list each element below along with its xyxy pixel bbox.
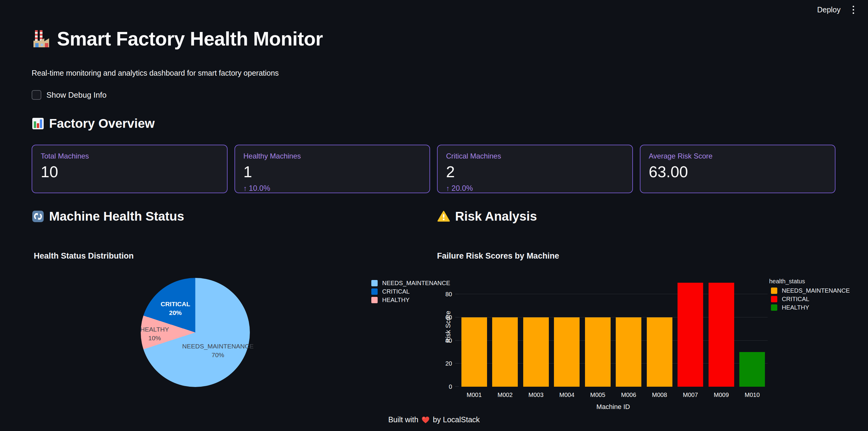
- bar-M005: [585, 317, 611, 387]
- metric-value: 2: [446, 163, 624, 181]
- pie-legend: NEEDS_MAINTENANCE CRITICAL HEALTHY: [371, 280, 450, 303]
- app-window: Deploy Smart Factory Health Monitor Real…: [0, 0, 868, 431]
- app-header: Deploy: [0, 0, 868, 19]
- x-tick-label: M003: [521, 392, 552, 398]
- legend-swatch: [771, 296, 777, 302]
- metric-average-risk-score: Average Risk Score 63.00: [640, 145, 836, 193]
- metric-delta: ↑10.0%: [244, 184, 421, 193]
- pie-chart-title: Health Status Distribution: [34, 251, 134, 261]
- legend-swatch: [771, 304, 777, 311]
- bar-xaxis-title: Machine ID: [459, 403, 768, 411]
- legend-entry[interactable]: NEEDS_MAINTENANCE: [371, 280, 450, 286]
- metric-label: Critical Machines: [446, 152, 624, 160]
- metric-delta: [41, 184, 218, 193]
- section-factory-overview: Factory Overview: [32, 116, 155, 131]
- footer-suffix: by LocalStack: [433, 415, 480, 424]
- bar-M001: [461, 317, 487, 387]
- legend-entry[interactable]: CRITICAL: [371, 288, 450, 295]
- legend-entry[interactable]: CRITICAL: [771, 296, 850, 302]
- bar-plot-area[interactable]: Risk Score Machine ID 020406080M001M002M…: [459, 276, 768, 387]
- legend-swatch: [371, 288, 378, 295]
- metric-total-machines: Total Machines 10: [32, 145, 227, 193]
- bar-chart-title: Failure Risk Scores by Machine: [437, 251, 559, 261]
- metric-label: Healthy Machines: [244, 152, 421, 160]
- pie-slice-label-critical: CRITICAL 20%: [145, 300, 206, 317]
- y-tick-label: 20: [445, 360, 452, 367]
- y-tick-label: 60: [445, 314, 452, 321]
- footer: Built with by LocalStack: [0, 415, 868, 424]
- legend-swatch: [371, 280, 378, 286]
- bar-M009: [709, 283, 734, 387]
- section-title: Risk Analysis: [455, 209, 537, 224]
- x-tick-label: M009: [706, 392, 737, 398]
- section-risk-analysis: Risk Analysis: [437, 209, 537, 224]
- bar-legend-title: health_status: [769, 278, 805, 285]
- bar-M007: [678, 283, 703, 387]
- bar-M002: [492, 317, 518, 387]
- bar-M004: [554, 317, 580, 387]
- page-title: Smart Factory Health Monitor: [32, 28, 323, 50]
- bar-legend: NEEDS_MAINTENANCE CRITICAL HEALTHY: [771, 287, 850, 311]
- metric-value: 63.00: [649, 163, 827, 181]
- x-tick-label: M008: [644, 392, 675, 398]
- x-tick-label: M002: [490, 392, 521, 398]
- delta-up-icon: ↑: [244, 184, 247, 192]
- bar-M006: [616, 317, 641, 387]
- warning-icon: [437, 210, 450, 223]
- pie-slice-label-needs-maintenance: NEEDS_MAINTENANCE 70%: [170, 342, 266, 359]
- checkbox-box[interactable]: [32, 90, 41, 100]
- deploy-button[interactable]: Deploy: [817, 5, 841, 14]
- section-title: Factory Overview: [49, 116, 155, 131]
- metric-label: Total Machines: [41, 152, 218, 160]
- pie-slice-label-healthy: HEALTHY 10%: [127, 325, 182, 342]
- factory-icon: [32, 29, 51, 49]
- legend-entry[interactable]: HEALTHY: [371, 297, 450, 303]
- metric-label: Average Risk Score: [649, 152, 827, 160]
- x-tick-label: M006: [613, 392, 644, 398]
- footer-prefix: Built with: [388, 415, 418, 424]
- delta-up-icon: ↑: [446, 184, 450, 192]
- y-tick-label: 80: [445, 291, 452, 298]
- y-tick-label: 40: [445, 337, 452, 344]
- x-tick-label: M007: [675, 392, 706, 398]
- metric-value: 10: [41, 163, 218, 181]
- x-tick-label: M004: [552, 392, 583, 398]
- metric-value: 1: [244, 163, 421, 181]
- metric-delta: [649, 184, 827, 193]
- refresh-icon: [32, 210, 44, 223]
- metric-delta: ↑20.0%: [446, 184, 624, 193]
- heart-icon: [421, 416, 430, 424]
- section-machine-health: Machine Health Status: [32, 209, 184, 224]
- x-tick-label: M005: [582, 392, 613, 398]
- legend-swatch: [371, 297, 378, 303]
- metric-critical-machines: Critical Machines 2 ↑20.0%: [437, 145, 633, 193]
- bar-M008: [647, 317, 673, 387]
- page-subtitle: Real-time monitoring and analytics dashb…: [32, 69, 279, 78]
- show-debug-checkbox[interactable]: Show Debug Info: [32, 90, 106, 100]
- bar-M010: [739, 352, 765, 387]
- bar-chart-icon: [32, 117, 44, 130]
- legend-entry[interactable]: NEEDS_MAINTENANCE: [771, 287, 850, 294]
- kebab-menu-icon[interactable]: [851, 4, 856, 16]
- page-title-text: Smart Factory Health Monitor: [57, 28, 323, 50]
- metric-healthy-machines: Healthy Machines 1 ↑10.0%: [235, 145, 430, 193]
- y-tick-label: 0: [449, 383, 452, 390]
- bar-M003: [523, 317, 549, 387]
- legend-swatch: [771, 287, 777, 294]
- section-title: Machine Health Status: [49, 209, 184, 224]
- metrics-row: Total Machines 10 Healthy Machines 1 ↑10…: [32, 145, 835, 193]
- legend-entry[interactable]: HEALTHY: [771, 304, 850, 311]
- checkbox-label: Show Debug Info: [46, 90, 106, 100]
- x-tick-label: M010: [737, 392, 768, 398]
- x-tick-label: M001: [459, 392, 490, 398]
